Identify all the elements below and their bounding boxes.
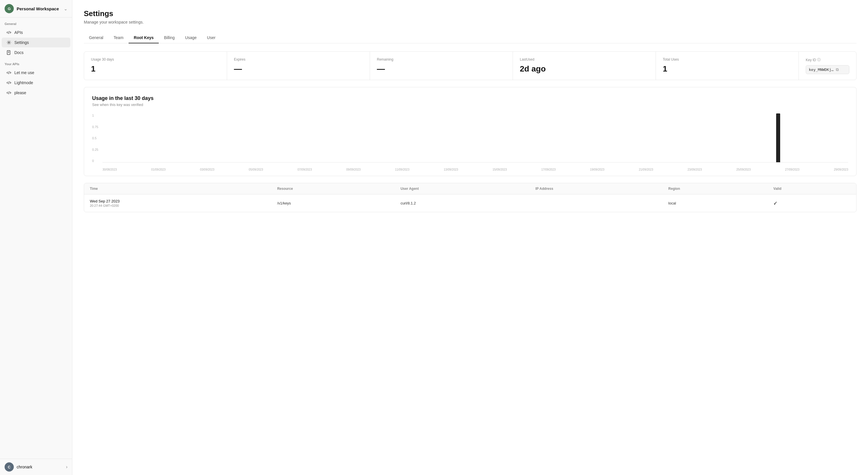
svg-line-0 xyxy=(9,31,9,34)
chart-x-labels: 30/08/202301/09/202303/09/202305/09/2023… xyxy=(102,168,848,171)
settings-tabs: General Team Root Keys Billing Usage Use… xyxy=(84,32,857,43)
sidebar-item-apis-label: APIs xyxy=(14,30,23,35)
sidebar-item-let-me-use[interactable]: Let me use xyxy=(2,68,70,78)
svg-line-5 xyxy=(9,71,9,74)
sidebar-item-settings-label: Settings xyxy=(14,40,29,45)
sidebar-item-lightmode[interactable]: Lightmode xyxy=(2,78,70,88)
x-label-2: 03/09/2023 xyxy=(200,168,214,171)
code-icon-2 xyxy=(6,70,11,75)
x-label-13: 25/09/2023 xyxy=(736,168,751,171)
sidebar-general-section: General APIs Settings Docs xyxy=(0,18,72,58)
tab-root-keys[interactable]: Root Keys xyxy=(129,32,159,43)
x-label-0: 30/08/2023 xyxy=(102,168,117,171)
usage-30-days-value: 1 xyxy=(91,64,220,73)
footer-chevron-icon[interactable]: › xyxy=(66,464,67,470)
x-label-6: 11/09/2023 xyxy=(395,168,409,171)
time-primary: Wed Sep 27 2023 xyxy=(90,199,266,203)
tab-usage[interactable]: Usage xyxy=(180,32,202,43)
col-region: Region xyxy=(662,183,768,195)
total-uses-value: 1 xyxy=(663,64,792,73)
chart-y-labels: 0 0.25 0.5 0.75 1 xyxy=(92,114,101,162)
x-label-8: 15/09/2023 xyxy=(493,168,507,171)
chart-subtitle: See when this key was verified xyxy=(92,102,848,107)
x-label-10: 19/09/2023 xyxy=(590,168,604,171)
svg-line-7 xyxy=(9,91,9,94)
table-section: Time Resource User Agent IP Address Regi… xyxy=(84,183,857,212)
sidebar-item-please[interactable]: please xyxy=(2,88,70,98)
cell-region: local xyxy=(662,195,768,212)
remaining-label: Remaining xyxy=(377,57,506,61)
x-label-1: 01/09/2023 xyxy=(151,168,166,171)
sidebar-header[interactable]: G Personal Workspace ⌄ xyxy=(0,0,72,18)
time-secondary: 20:27:44 GMT+0200 xyxy=(90,204,266,207)
y-label-025: 0.25 xyxy=(92,148,101,151)
sidebar-item-please-label: please xyxy=(14,90,26,95)
usage-table: Time Resource User Agent IP Address Regi… xyxy=(84,183,856,212)
gear-icon xyxy=(6,40,11,45)
stat-expires: Expires — xyxy=(227,52,370,80)
table-row: Wed Sep 27 2023 20:27:44 GMT+0200 /v1/ke… xyxy=(84,195,856,212)
stat-total-uses: Total Uses 1 xyxy=(656,52,799,80)
expires-label: Expires xyxy=(234,57,363,61)
chart-area: 0 0.25 0.5 0.75 1 30/08/202301/09/202303… xyxy=(92,114,848,171)
footer-username: chronark xyxy=(17,465,32,469)
copy-icon[interactable]: ⧉ xyxy=(836,67,839,72)
stat-key-id: Key ID ⓘ key_MNWDKj… ⧉ xyxy=(799,52,856,80)
total-uses-label: Total Uses xyxy=(663,57,792,61)
info-icon: ⓘ xyxy=(817,57,820,62)
chart-section: Usage in the last 30 days See when this … xyxy=(84,87,857,176)
col-resource: Resource xyxy=(272,183,395,195)
chart-title: Usage in the last 30 days xyxy=(92,95,848,101)
sidebar-item-apis[interactable]: APIs xyxy=(2,28,70,37)
key-id-box[interactable]: key_MNWDKj… ⧉ xyxy=(806,65,849,74)
cell-resource: /v1/keys xyxy=(272,195,395,212)
page-subtitle: Manage your workspace settings. xyxy=(84,20,857,24)
user-profile[interactable]: C chronark xyxy=(5,463,32,472)
key-id-label: Key ID ⓘ xyxy=(806,57,849,62)
workspace-chevron-icon[interactable]: ⌄ xyxy=(64,6,67,11)
sidebar-item-let-me-use-label: Let me use xyxy=(14,70,34,75)
sidebar-your-apis-section: Your APIs Let me use Lightmode please xyxy=(0,58,72,98)
table-header-row: Time Resource User Agent IP Address Regi… xyxy=(84,183,856,195)
tab-general[interactable]: General xyxy=(84,32,108,43)
svg-line-6 xyxy=(9,81,9,84)
code-icon xyxy=(6,30,11,35)
sidebar-item-docs-label: Docs xyxy=(14,50,24,55)
expires-value: — xyxy=(234,64,363,73)
cell-valid: ✓ xyxy=(768,195,856,212)
user-avatar: C xyxy=(5,463,14,472)
y-label-05: 0.5 xyxy=(92,137,101,140)
y-label-0: 0 xyxy=(92,159,101,162)
col-ip-address: IP Address xyxy=(530,183,662,195)
stats-row: Usage 30 days 1 Expires — Remaining — La… xyxy=(84,51,857,80)
y-label-1: 1 xyxy=(92,114,101,117)
sidebar-footer[interactable]: C chronark › xyxy=(0,458,72,475)
remaining-value: — xyxy=(377,64,506,73)
chart-bar-14 xyxy=(776,113,780,162)
chart-bar-wrapper-14 xyxy=(755,113,801,162)
y-label-075: 0.75 xyxy=(92,125,101,129)
main-content: Settings Manage your workspace settings.… xyxy=(72,0,868,475)
tab-billing[interactable]: Billing xyxy=(159,32,180,43)
x-label-5: 09/09/2023 xyxy=(346,168,361,171)
svg-point-1 xyxy=(8,42,10,43)
cell-user-agent: curl/8.1.2 xyxy=(395,195,530,212)
usage-30-days-label: Usage 30 days xyxy=(91,57,220,61)
col-valid: Valid xyxy=(768,183,856,195)
cell-time: Wed Sep 27 2023 20:27:44 GMT+0200 xyxy=(84,195,272,212)
last-used-label: LastUsed xyxy=(520,57,649,61)
tab-user[interactable]: User xyxy=(202,32,221,43)
workspace-selector[interactable]: G Personal Workspace xyxy=(5,4,59,13)
x-label-4: 07/09/2023 xyxy=(298,168,312,171)
tab-team[interactable]: Team xyxy=(108,32,129,43)
sidebar-item-docs[interactable]: Docs xyxy=(2,48,70,57)
col-user-agent: User Agent xyxy=(395,183,530,195)
page-title: Settings xyxy=(84,9,857,18)
book-icon xyxy=(6,50,11,55)
x-label-7: 13/09/2023 xyxy=(444,168,458,171)
sidebar-item-settings[interactable]: Settings xyxy=(2,38,70,48)
code-icon-4 xyxy=(6,90,11,95)
x-label-14: 27/09/2023 xyxy=(785,168,799,171)
workspace-avatar: G xyxy=(5,4,14,13)
stat-remaining: Remaining — xyxy=(370,52,513,80)
